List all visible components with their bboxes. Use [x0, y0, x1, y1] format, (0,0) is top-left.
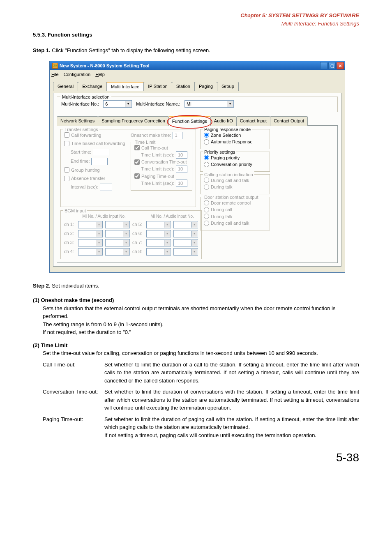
group-hunting-check	[64, 167, 69, 173]
item1-heading: (1) Oneshot make time (second)	[33, 296, 359, 304]
call-to-value[interactable]: 10	[176, 151, 187, 159]
main-tabs: General Exchange Multi Interface IP Stat…	[53, 82, 341, 91]
call-timeout-check[interactable]	[134, 145, 140, 150]
item2-intro: Set the time-out value for calling, conv…	[43, 349, 359, 357]
page-number: 5-38	[33, 449, 359, 466]
bgm-ch6-ai	[173, 230, 198, 237]
bgm-legend: BGM input	[63, 207, 87, 214]
window-title: New System - N-8000 System Setting Tool	[60, 62, 150, 69]
conv-priority-radio[interactable]	[204, 162, 209, 167]
oneshot-label: Oneshot make time:	[131, 132, 171, 139]
conv-timeout-label: Conversation Time-out:	[43, 388, 104, 412]
bgm-ch4-mi	[78, 248, 103, 256]
bgm-ch5-ai	[173, 221, 198, 228]
app-window: 20 New System - N-8000 System Setting To…	[49, 61, 345, 273]
tab-paging[interactable]: Paging	[194, 82, 217, 91]
bgm-ch7-ai	[173, 239, 198, 246]
maximize-button[interactable]: ▢	[328, 62, 336, 69]
item2-heading: (2) Time Limit	[33, 341, 359, 350]
paging-timeout-body1: Set whether to limit the duration of pag…	[104, 415, 359, 431]
time-based-fwd-check	[64, 141, 69, 146]
door-during-talk-radio	[204, 214, 209, 219]
bgm-ch6-mi	[146, 230, 171, 237]
conv-to-value[interactable]: 10	[176, 166, 187, 173]
step2-text: Set individual items.	[52, 283, 99, 289]
tab-multi-interface[interactable]: Multi Interface	[106, 82, 144, 91]
tab-station[interactable]: Station	[172, 82, 195, 91]
paging-mode-legend: Paging response mode	[203, 126, 252, 133]
calling-ind-legend: Calling station indication	[203, 171, 254, 178]
door-during-call-talk-radio	[204, 221, 209, 226]
bgm-ch4-ai	[105, 248, 130, 256]
paging-priority-radio[interactable]	[204, 155, 209, 160]
subtab-function-settings[interactable]: Function Settings	[168, 116, 211, 126]
bgm-ch1-ai	[105, 221, 130, 228]
ci-during-call-talk	[204, 177, 209, 183]
tab-group[interactable]: Group	[217, 82, 239, 91]
oneshot-input[interactable]: 1	[173, 132, 182, 139]
mi-no-label: Multi-interface No.:	[61, 101, 99, 108]
tab-general[interactable]: General	[53, 82, 78, 91]
tab-ip-station[interactable]: IP Station	[143, 82, 172, 91]
subtab-contact-input[interactable]: Contact Input	[236, 116, 270, 126]
door-during-call-radio	[204, 207, 209, 212]
auto-response-radio[interactable]	[204, 139, 209, 145]
chapter-title: Chapter 5: SYSTEM SETTINGS BY SOFTWARE	[33, 12, 359, 20]
conv-timeout-check[interactable]	[134, 159, 140, 165]
mi-selection-legend: Multi-interface selection	[60, 94, 111, 101]
close-button[interactable]: ✕	[337, 62, 344, 69]
bgm-ch7-mi	[146, 239, 171, 246]
paging-timeout-label: Paging Time-out:	[43, 415, 104, 440]
call-timeout-label: Call Time-out:	[43, 361, 104, 385]
menu-configuration[interactable]: Configuration	[64, 71, 90, 78]
menubar: File Configuration Help	[50, 70, 345, 79]
app-icon: 20	[52, 63, 58, 69]
item1-p2: The setting range is from 0 to 9 (in 1-s…	[43, 320, 359, 329]
step2-label: Step 2.	[33, 283, 51, 289]
door-remote-radio	[204, 200, 209, 205]
tab-exchange[interactable]: Exchange	[78, 82, 107, 91]
sub-tabs: Network Settings Sampling Frequency Corr…	[57, 116, 338, 126]
interval-input	[100, 184, 112, 191]
bgm-ch2-ai	[105, 230, 130, 237]
subtab-network[interactable]: Network Settings	[57, 116, 98, 126]
bgm-ch8-mi	[146, 248, 171, 256]
section-heading: 5.5.3. Function settings	[33, 31, 359, 39]
subtab-contact-output[interactable]: Contact Output	[270, 116, 308, 126]
end-time-input	[91, 158, 108, 165]
section-subtitle: Multi Interface: Function Settings	[33, 20, 359, 28]
call-fwd-check	[64, 132, 69, 138]
item1-p3: If not required, set the duration to "0.…	[43, 328, 359, 336]
paging-timeout-body2: If not setting a timeout, paging calls w…	[104, 431, 359, 440]
mi-name-label: Multi-interface Name.:	[136, 101, 180, 108]
paging-timeout-check[interactable]	[134, 173, 140, 179]
call-timeout-body: Set whether to limit the duration of a c…	[104, 361, 359, 385]
subtab-audio-io[interactable]: Audio I/O	[210, 116, 237, 126]
start-time-input	[93, 149, 109, 156]
subtab-sfc[interactable]: Sampling Frequency Correction	[98, 116, 169, 126]
bgm-ch3-ai	[105, 239, 130, 246]
mi-no-combo[interactable]: 6	[103, 100, 132, 108]
absence-transfer-check	[64, 176, 69, 181]
ci-during-talk	[204, 184, 209, 190]
transfer-legend: Transfer settings	[63, 126, 99, 133]
bgm-ch5-mi	[146, 221, 171, 228]
bgm-ch3-mi	[78, 239, 103, 246]
timelimit-legend: Time Limit	[134, 139, 157, 146]
mi-name-combo[interactable]: MI	[184, 100, 234, 108]
menu-file[interactable]: File	[51, 71, 59, 78]
zone-selection-radio[interactable]	[204, 132, 209, 138]
page-to-value[interactable]: 10	[176, 180, 187, 187]
minimize-button[interactable]: _	[320, 62, 327, 69]
step1-text: Click "Function Settings" tab to display…	[52, 47, 210, 53]
conv-timeout-body: Set whether to limit the duration of con…	[104, 388, 359, 412]
bgm-ch2-mi	[78, 230, 103, 237]
priority-legend: Priority settings	[203, 149, 236, 156]
bgm-ch1-mi	[78, 221, 103, 228]
item1-p1: Sets the duration that the external cont…	[43, 304, 359, 320]
door-legend: Door station contact output	[203, 194, 259, 201]
step1-label: Step 1.	[33, 47, 51, 53]
titlebar: 20 New System - N-8000 System Setting To…	[50, 61, 345, 70]
bgm-ch8-ai	[173, 248, 198, 256]
menu-help[interactable]: Help	[95, 71, 105, 78]
